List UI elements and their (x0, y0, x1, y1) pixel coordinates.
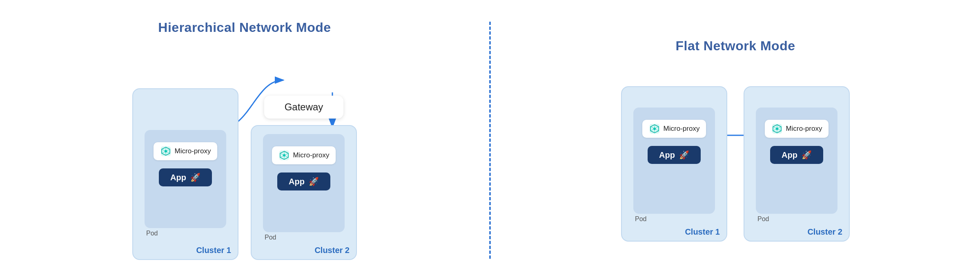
flat-section: Flat Network Mode (515, 38, 956, 242)
svg-point-14 (776, 128, 778, 130)
flat-cluster2-app: App 🚀 (770, 146, 823, 164)
flat-cluster1-microproxy: Micro-proxy (642, 120, 706, 138)
flat-cluster2-pod-label: Pod (757, 215, 769, 223)
svg-point-5 (165, 150, 167, 152)
main-container: Hierarchical Network Mode (0, 0, 980, 280)
hier-cluster1-app: App 🚀 (159, 168, 212, 186)
flat-title: Flat Network Mode (676, 38, 795, 54)
hier-cluster2-col: Gateway (251, 96, 357, 260)
hier-cluster2-pod-label: Pod (265, 234, 276, 241)
flat-cluster1-label: Cluster 1 (685, 227, 720, 237)
hier-cluster2-pod: Micro-proxy App 🚀 Pod (263, 134, 345, 232)
hier-cluster2-microproxy: Micro-proxy (272, 146, 336, 164)
flat-cluster2-pod: Micro-proxy App 🚀 Pod (756, 108, 837, 214)
flat-cluster2-label: Cluster 2 (807, 227, 842, 237)
hier-cluster1-box: Micro-proxy App 🚀 Pod Cluster 1 (132, 88, 238, 260)
hierarchical-title: Hierarchical Network Mode (158, 20, 331, 35)
hier-cluster2-label: Cluster 2 (314, 246, 350, 255)
hier-cluster2-app: App 🚀 (277, 172, 330, 190)
hier-cluster1-microproxy: Micro-proxy (154, 142, 218, 160)
hierarchical-section: Hierarchical Network Mode (24, 20, 465, 260)
flat-cluster1-box: Micro-proxy App 🚀 Pod Cluster 1 (621, 86, 727, 242)
hier-cluster1-pod-label: Pod (146, 230, 158, 237)
flat-cluster2-microproxy: Micro-proxy (765, 120, 829, 138)
flat-cluster1-pod-label: Pod (635, 215, 646, 223)
hier-cluster1-label: Cluster 1 (196, 246, 231, 255)
mesh-icon-2 (278, 150, 290, 161)
svg-point-12 (653, 128, 656, 130)
mesh-icon-1 (160, 146, 172, 157)
flat-cluster1-app: App 🚀 (648, 146, 701, 164)
flat-cluster1-pod: Micro-proxy App 🚀 Pod (633, 108, 715, 214)
gateway-box: Gateway (264, 96, 344, 119)
hier-cluster1-pod: Micro-proxy App 🚀 Pod (145, 130, 226, 228)
mesh-icon-3 (649, 123, 660, 134)
svg-point-7 (283, 154, 285, 157)
mesh-icon-4 (771, 123, 783, 134)
hier-cluster2-box: Micro-proxy App 🚀 Pod Cluster 2 (251, 125, 357, 260)
flat-cluster2-box: Micro-proxy App 🚀 Pod Cluster 2 (744, 86, 850, 242)
section-divider (489, 22, 491, 259)
